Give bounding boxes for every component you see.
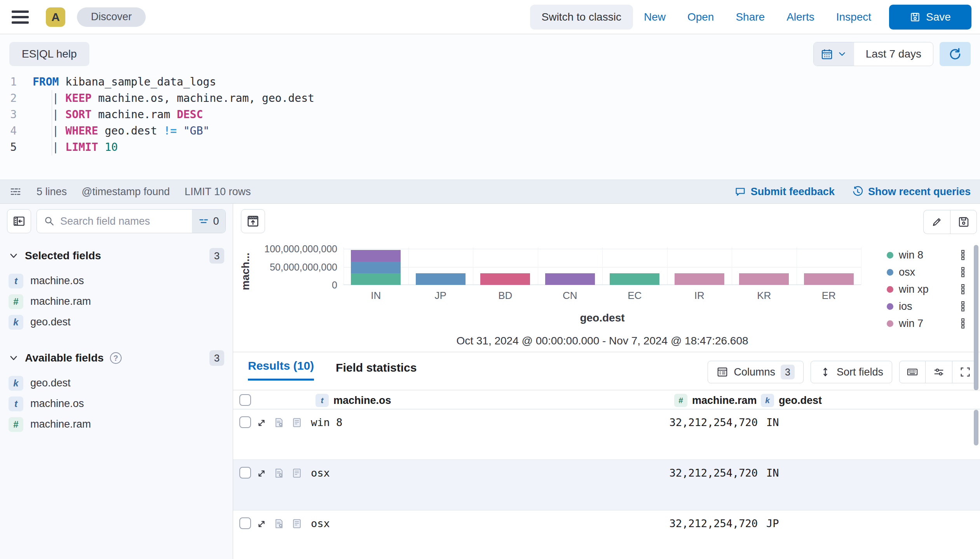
legend-label: osx (899, 266, 954, 278)
header-link-open[interactable]: Open (677, 11, 725, 23)
legend-item-ios[interactable]: ios (884, 298, 968, 315)
header-link-inspect[interactable]: Inspect (825, 11, 882, 23)
chevron-down-icon (9, 353, 19, 363)
row-checkbox[interactable] (239, 416, 251, 428)
legend-item-osx[interactable]: osx (884, 264, 968, 281)
sort-fields-button[interactable]: Sort fields (811, 361, 892, 383)
show-recent-queries-link[interactable]: Show recent queries (852, 186, 971, 198)
field-item-geo.dest[interactable]: kgeo.dest (7, 373, 226, 393)
tab-field-statistics[interactable]: Field statistics (336, 361, 417, 381)
legend-item-win-7[interactable]: win 7 (884, 315, 968, 332)
date-picker-quick-select[interactable] (814, 42, 854, 66)
field-item-machine.ram[interactable]: #machine.ram (7, 291, 226, 312)
query-stats: 5 lines@timestamp foundLIMIT 10 rows (37, 186, 251, 198)
scrollbar[interactable] (974, 245, 978, 390)
column-header-machine-os[interactable]: machine.os (333, 394, 391, 407)
time-range-value[interactable]: Last 7 days (854, 42, 933, 66)
edit-visualization-button[interactable] (923, 210, 950, 234)
bar-KR-win-7[interactable] (739, 273, 789, 285)
legend-actions-icon[interactable] (959, 266, 968, 278)
expand-row-icon[interactable] (256, 417, 267, 429)
esql-help-button[interactable]: ES|QL help (9, 42, 89, 66)
column-header-geo-dest[interactable]: geo.dest (779, 394, 822, 407)
doc-viewer-icon[interactable] (291, 417, 302, 428)
keyboard-icon (907, 366, 918, 378)
header-link-new[interactable]: New (633, 11, 677, 23)
query-line-2[interactable]: 2 | KEEP machine.os, machine.ram, geo.de… (0, 90, 980, 107)
field-item-machine.os[interactable]: tmachine.os (7, 271, 226, 291)
gridline (602, 247, 603, 285)
query-stat: @timestamp found (82, 186, 170, 198)
query-line-4[interactable]: 4 | WHERE geo.dest != "GB" (0, 123, 980, 139)
switch-to-classic-button[interactable]: Switch to classic (530, 5, 633, 30)
query-stat: 5 lines (37, 186, 67, 198)
query-line-1[interactable]: 1FROM kibana_sample_data_logs (0, 74, 980, 90)
submit-feedback-link[interactable]: Submit feedback (734, 186, 835, 198)
header-link-share[interactable]: Share (725, 11, 776, 23)
field-name: machine.os (30, 398, 84, 410)
save-button[interactable]: Save (889, 5, 971, 30)
bar-IN-win-8[interactable] (351, 273, 401, 285)
degraded-doc-icon[interactable] (274, 468, 284, 479)
row-checkbox[interactable] (239, 467, 251, 479)
degraded-doc-icon[interactable] (274, 518, 284, 529)
breadcrumb[interactable]: Discover (77, 7, 146, 27)
chart-time-range: Oct 31, 2024 @ 00:00:00.000 - Nov 7, 202… (344, 335, 861, 347)
legend-actions-icon[interactable] (959, 318, 968, 329)
bar-CN-ios[interactable] (545, 273, 595, 285)
help-icon[interactable]: ? (110, 352, 122, 364)
avatar[interactable]: A (46, 7, 65, 27)
table-row-2[interactable]: osx32,212,254,720IN (233, 460, 980, 510)
legend-item-win-xp[interactable]: win xp (884, 281, 968, 298)
legend-actions-icon[interactable] (959, 300, 968, 312)
chevron-down-icon (9, 251, 19, 261)
field-item-machine.os[interactable]: tmachine.os (7, 393, 226, 414)
menu-icon[interactable] (12, 10, 29, 24)
tab-results[interactable]: Results (10) (248, 359, 314, 381)
field-item-geo.dest[interactable]: kgeo.dest (7, 312, 226, 332)
legend-actions-icon[interactable] (959, 283, 968, 295)
bar-IN-osx[interactable] (351, 262, 401, 273)
field-search[interactable]: Search field names 0 (37, 209, 226, 233)
bar-JP-osx[interactable] (416, 273, 466, 285)
expand-row-icon[interactable] (256, 518, 267, 530)
sort-icon (820, 366, 831, 378)
expand-row-icon[interactable] (256, 468, 267, 479)
bar-ER-win-7[interactable] (804, 273, 854, 285)
scrollbar[interactable] (974, 410, 978, 445)
legend-item-win-8[interactable]: win 8 (884, 246, 968, 264)
query-settings-icon[interactable] (9, 185, 22, 198)
available-fields-header[interactable]: Available fields ? 3 (7, 350, 226, 366)
query-code: FROM kibana_sample_data_logs (21, 74, 216, 90)
columns-button[interactable]: Columns 3 (708, 361, 804, 383)
refresh-button[interactable] (940, 42, 971, 66)
doc-viewer-icon[interactable] (291, 518, 302, 529)
bar-IR-win-7[interactable] (675, 273, 724, 285)
field-type-icon: k (9, 315, 23, 330)
bar-EC-win-8[interactable] (610, 273, 659, 285)
bar-IN-ios[interactable] (351, 250, 401, 262)
bar-BD-win-xp[interactable] (480, 273, 530, 285)
header-link-alerts[interactable]: Alerts (776, 11, 825, 23)
keyboard-shortcuts-button[interactable] (899, 361, 926, 383)
legend-actions-icon[interactable] (959, 249, 968, 261)
date-picker[interactable]: Last 7 days (813, 42, 933, 66)
table-row-1[interactable]: win 832,212,254,720IN (233, 409, 980, 460)
display-options-button[interactable] (926, 361, 952, 383)
selected-fields-header[interactable]: Selected fields 3 (7, 248, 226, 264)
esql-query-editor[interactable]: 1FROM kibana_sample_data_logs2 | KEEP ma… (0, 66, 980, 155)
degraded-doc-icon[interactable] (274, 417, 284, 428)
field-filter-button[interactable]: 0 (192, 210, 225, 233)
field-type-icon: t (9, 274, 23, 288)
query-line-5[interactable]: 5 | LIMIT 10 (0, 139, 980, 155)
row-checkbox[interactable] (239, 517, 251, 529)
query-line-3[interactable]: 3 | SORT machine.ram DESC (0, 107, 980, 123)
doc-viewer-icon[interactable] (291, 468, 302, 479)
hide-chart-button[interactable] (241, 209, 265, 233)
save-visualization-button[interactable] (950, 210, 977, 234)
field-item-machine.ram[interactable]: #machine.ram (7, 414, 226, 435)
select-all-checkbox[interactable] (239, 394, 251, 406)
collapse-sidebar-button[interactable] (7, 209, 31, 233)
column-header-machine-ram[interactable]: machine.ram (692, 394, 757, 407)
table-row-3[interactable]: osx32,212,254,720JP (233, 510, 980, 559)
